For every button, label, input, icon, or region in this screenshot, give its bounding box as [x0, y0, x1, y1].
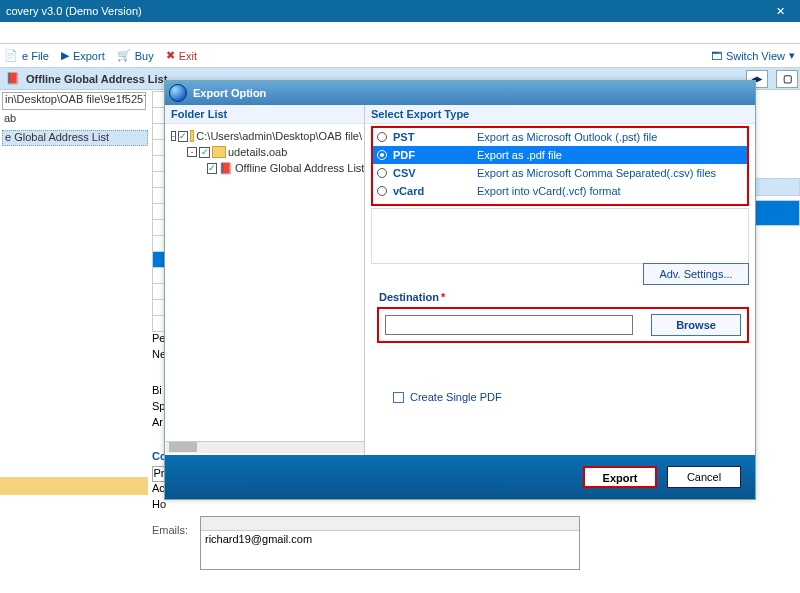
radio-icon[interactable]	[377, 150, 387, 160]
addressbook-icon: 📕	[219, 162, 233, 175]
globe-icon	[169, 84, 187, 102]
tree-child2[interactable]: ✓ 📕 Offline Global Address List	[171, 160, 362, 176]
type-desc: Export as .pdf file	[477, 149, 562, 161]
checkbox-icon[interactable]	[393, 392, 404, 403]
file-icon: 📄	[4, 49, 18, 62]
emails-label: Emails:	[152, 524, 188, 536]
panel-close[interactable]: ▢	[776, 70, 798, 88]
close-icon: ✖	[166, 49, 175, 62]
toolbar-exit[interactable]: ✖ Exit	[166, 49, 197, 62]
toolbar-exit-label: Exit	[179, 50, 197, 62]
toolbar-export-label: Export	[73, 50, 105, 62]
destination-label: Destination*	[379, 291, 445, 303]
create-single-label: Create Single PDF	[410, 391, 502, 403]
type-desc: Export into vCard(.vcf) format	[477, 185, 621, 197]
export-type-pst[interactable]: PST Export as Microsoft Outlook (.pst) f…	[373, 128, 747, 146]
tree-root-label: C:\Users\admin\Desktop\OAB file\	[196, 130, 362, 142]
destination-input[interactable]	[385, 315, 633, 335]
folder-icon	[190, 130, 195, 142]
browse-button[interactable]: Browse	[651, 314, 741, 336]
dialog-title-text: Export Option	[193, 87, 266, 99]
cancel-button[interactable]: Cancel	[667, 466, 741, 488]
tree-checkbox[interactable]: ✓	[199, 147, 210, 158]
tree-root[interactable]: - ✓ C:\Users\admin\Desktop\OAB file\	[171, 128, 362, 144]
tree-child1[interactable]: - ✓ udetails.oab	[171, 144, 362, 160]
emails-grid: richard19@gmail.com	[200, 516, 580, 570]
folder-tree: - ✓ C:\Users\admin\Desktop\OAB file\ - ✓…	[165, 124, 364, 180]
dialog-footer: Export Cancel	[165, 455, 755, 499]
scroll-header	[750, 178, 800, 196]
tree-node-gal[interactable]: e Global Address List	[2, 130, 148, 146]
switch-view-label: Switch View	[726, 50, 785, 62]
window-close-icon[interactable]: ✕	[760, 0, 800, 22]
export-button[interactable]: Export	[583, 466, 657, 488]
chevron-down-icon: ▾	[789, 49, 795, 62]
export-type-list: PST Export as Microsoft Outlook (.pst) f…	[371, 126, 749, 206]
expand-icon[interactable]: -	[187, 147, 197, 157]
switch-view-icon: 🗔	[711, 50, 722, 62]
create-single-row[interactable]: Create Single PDF	[393, 391, 502, 403]
play-icon: ▶	[61, 49, 69, 62]
export-type-pdf[interactable]: PDF Export as .pdf file	[373, 146, 747, 164]
emails-value: richard19@gmail.com	[201, 531, 579, 547]
type-code: CSV	[393, 167, 477, 179]
radio-icon[interactable]	[377, 186, 387, 196]
export-type-csv[interactable]: CSV Export as Microsoft Comma Separated(…	[373, 164, 747, 182]
export-type-vcard[interactable]: vCard Export into vCard(.vcf) format	[373, 182, 747, 200]
destination-label-text: Destination	[379, 291, 439, 303]
dialog-title: Export Option	[165, 81, 755, 105]
expand-icon[interactable]: -	[171, 131, 176, 141]
tree-child2-label: Offline Global Address List	[235, 162, 364, 174]
addressbook-icon: 📕	[6, 72, 20, 85]
scrollbar-strip	[750, 178, 800, 226]
toolbar-file[interactable]: 📄 e File	[4, 49, 49, 62]
main-area: 📕 Offline Global Address List ◂▸ ▢ in\De…	[0, 68, 800, 593]
switch-view-button[interactable]: 🗔 Switch View ▾	[710, 48, 796, 63]
type-code: vCard	[393, 185, 477, 197]
tree-checkbox[interactable]: ✓	[178, 131, 188, 142]
horizontal-scrollbar[interactable]	[166, 441, 364, 453]
spacer	[371, 208, 749, 264]
scroll-thumb[interactable]	[169, 442, 197, 452]
type-code: PDF	[393, 149, 477, 161]
emails-grid-header	[201, 517, 579, 531]
toolbar-file-label: e File	[22, 50, 49, 62]
adv-settings-button[interactable]: Adv. Settings...	[643, 263, 749, 285]
content-title: Offline Global Address List	[26, 73, 167, 85]
folder-icon	[212, 146, 226, 158]
export-dialog: Export Option Folder List - ✓ C:\Users\a…	[164, 80, 756, 500]
tree-node-oab[interactable]: ab	[2, 112, 148, 128]
toolbar: 📄 e File ▶ Export 🛒 Buy ✖ Exit 🗔 Switch …	[0, 44, 800, 68]
type-desc: Export as Microsoft Outlook (.pst) file	[477, 131, 657, 143]
tree-checkbox[interactable]: ✓	[207, 163, 217, 174]
left-panel: in\Desktop\OAB file\9e1f5257-5 ab e Glob…	[0, 90, 148, 593]
required-star: *	[441, 291, 445, 303]
label-ho: Ho	[152, 498, 167, 514]
tree-child1-label: udetails.oab	[228, 146, 287, 158]
titlebar-text: covery v3.0 (Demo Version)	[6, 5, 142, 17]
radio-icon[interactable]	[377, 132, 387, 142]
ribbon-strip	[0, 22, 800, 44]
folder-list-title: Folder List	[165, 105, 364, 124]
toolbar-buy-label: Buy	[135, 50, 154, 62]
toolbar-buy[interactable]: 🛒 Buy	[117, 49, 154, 62]
cart-icon: 🛒	[117, 49, 131, 62]
destination-row: Browse	[377, 307, 749, 343]
scroll-thumb[interactable]	[750, 200, 800, 226]
type-desc: Export as Microsoft Comma Separated(.csv…	[477, 167, 716, 179]
export-options-panel: Select Export Type PST Export as Microso…	[365, 105, 755, 455]
toolbar-export[interactable]: ▶ Export	[61, 49, 105, 62]
type-code: PST	[393, 131, 477, 143]
highlight-bar	[0, 477, 148, 495]
radio-icon[interactable]	[377, 168, 387, 178]
titlebar: covery v3.0 (Demo Version) ✕	[0, 0, 800, 22]
folder-list-panel: Folder List - ✓ C:\Users\admin\Desktop\O…	[165, 105, 365, 455]
path-row: in\Desktop\OAB file\9e1f5257-5	[2, 92, 146, 110]
select-type-title: Select Export Type	[365, 105, 755, 124]
